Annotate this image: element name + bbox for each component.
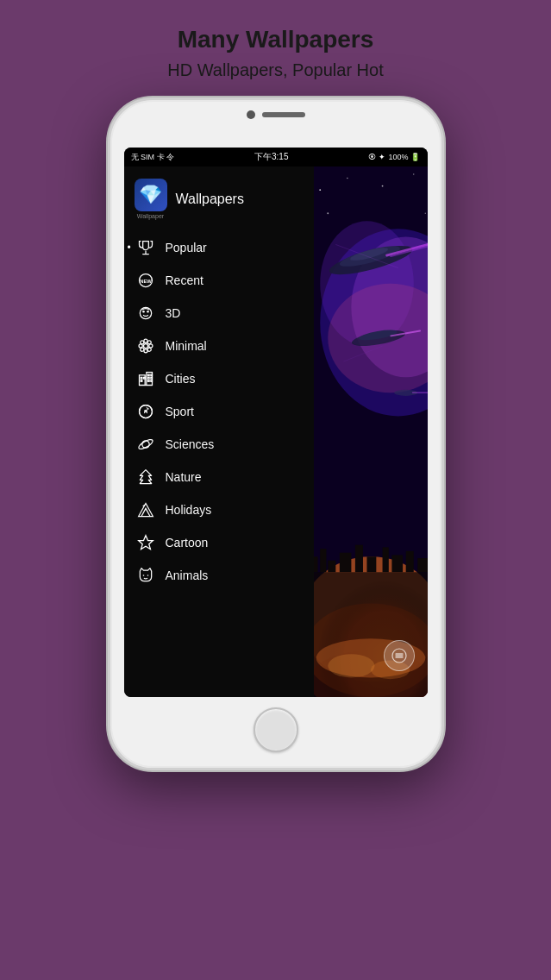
- 3d-icon: [136, 304, 155, 323]
- side-drawer: 💎 Wallpaper Wallpapers Popular: [124, 166, 314, 697]
- drawer-header: 💎 Wallpaper Wallpapers: [124, 166, 314, 228]
- status-icons: ⦿ ✦ 100% 🔋: [368, 153, 420, 161]
- svg-rect-65: [405, 551, 413, 572]
- menu-item-animals[interactable]: Animals: [124, 559, 314, 592]
- menu-item-nature[interactable]: Nature: [124, 461, 314, 493]
- planet-icon: [136, 435, 155, 454]
- svg-rect-25: [150, 380, 152, 382]
- promo-header: Many Wallpapers HD Wallpapers, Popular H…: [167, 26, 383, 80]
- svg-rect-24: [147, 380, 149, 382]
- svg-marker-27: [143, 406, 148, 413]
- menu-label-popular: Popular: [166, 241, 207, 254]
- menu-label-sciences: Sciences: [166, 437, 215, 451]
- svg-point-73: [413, 173, 414, 174]
- svg-point-5: [143, 344, 147, 349]
- menu-item-cities[interactable]: Cities: [124, 362, 314, 395]
- svg-point-7: [143, 349, 147, 353]
- svg-rect-66: [417, 558, 428, 572]
- speaker-grille: [262, 112, 305, 117]
- mountain-icon: [136, 500, 155, 519]
- svg-text:NEW: NEW: [140, 279, 152, 284]
- svg-point-71: [347, 178, 348, 179]
- menu-item-minimal[interactable]: Minimal: [124, 330, 314, 362]
- svg-rect-61: [354, 545, 362, 573]
- tree-icon: [136, 468, 155, 487]
- volume-up-button: [108, 204, 110, 228]
- svg-rect-21: [150, 374, 152, 376]
- svg-point-70: [319, 189, 321, 191]
- menu-label-animals: Animals: [166, 569, 209, 582]
- menu-label-minimal: Minimal: [166, 339, 207, 353]
- star-icon: [136, 533, 155, 552]
- svg-point-3: [142, 311, 145, 313]
- status-time: 下午3:15: [254, 151, 288, 163]
- svg-point-2: [140, 307, 151, 318]
- svg-rect-22: [147, 377, 149, 379]
- svg-point-9: [148, 344, 152, 348]
- menu-label-recent: Recent: [166, 273, 203, 287]
- menu-item-popular[interactable]: Popular: [124, 231, 314, 264]
- svg-rect-18: [143, 377, 145, 379]
- svg-point-76: [424, 213, 425, 214]
- wallpaper-preview: [314, 166, 428, 697]
- svg-point-4: [147, 311, 149, 313]
- svg-point-13: [140, 348, 143, 351]
- svg-point-30: [137, 438, 153, 451]
- svg-rect-62: [366, 556, 376, 572]
- wallpaper-illustration: [314, 166, 428, 697]
- menu-item-sciences[interactable]: Sciences: [124, 428, 314, 461]
- svg-point-35: [142, 575, 144, 576]
- svg-rect-64: [391, 555, 403, 572]
- menu-label-cities: Cities: [166, 372, 196, 386]
- svg-rect-57: [314, 556, 318, 572]
- svg-point-10: [140, 341, 143, 344]
- screen-content: 💎 Wallpaper Wallpapers Popular: [124, 166, 428, 697]
- status-carrier: 无 SIM 卡 令: [131, 152, 175, 163]
- svg-point-6: [143, 339, 147, 342]
- status-bar: 无 SIM 卡 令 下午3:15 ⦿ ✦ 100% 🔋: [124, 148, 428, 166]
- svg-rect-17: [141, 377, 142, 379]
- app-icon-label: Wallpaper: [137, 213, 164, 219]
- building-icon: [136, 369, 155, 388]
- app-icon: 💎: [135, 179, 167, 211]
- svg-point-75: [327, 212, 329, 214]
- menu-label-cartoon: Cartoon: [166, 536, 209, 550]
- svg-rect-56: [314, 572, 428, 697]
- svg-rect-23: [150, 377, 152, 379]
- menu-item-3d[interactable]: 3D: [124, 297, 314, 330]
- svg-rect-59: [328, 561, 335, 573]
- menu-item-recent[interactable]: NEW Recent: [124, 264, 314, 297]
- menu-item-holidays[interactable]: Holidays: [124, 493, 314, 526]
- svg-rect-19: [141, 380, 142, 382]
- app-title: Many Wallpapers: [167, 26, 383, 53]
- soccer-icon: [136, 402, 155, 421]
- svg-rect-63: [382, 547, 388, 572]
- menu-label-holidays: Holidays: [166, 503, 212, 517]
- svg-point-11: [147, 348, 151, 351]
- svg-point-36: [147, 575, 148, 576]
- phone-frame: 无 SIM 卡 令 下午3:15 ⦿ ✦ 100% 🔋 💎: [108, 97, 444, 770]
- notch-area: [247, 110, 305, 119]
- svg-point-72: [381, 185, 383, 187]
- svg-point-29: [141, 441, 148, 448]
- cat-icon: [136, 566, 155, 585]
- svg-marker-34: [138, 536, 153, 550]
- svg-rect-51: [411, 392, 427, 393]
- svg-marker-31: [140, 470, 151, 484]
- svg-rect-60: [339, 553, 351, 573]
- menu-toggle-button[interactable]: [384, 640, 415, 671]
- drawer-app-name: Wallpapers: [176, 192, 244, 207]
- svg-marker-32: [138, 504, 153, 517]
- front-camera: [247, 110, 255, 119]
- home-button[interactable]: [254, 707, 298, 752]
- flower-icon: [136, 336, 155, 355]
- menu-item-cartoon[interactable]: Cartoon: [124, 526, 314, 559]
- app-subtitle: HD Wallpapers, Popular Hot: [167, 60, 383, 80]
- menu-label-nature: Nature: [166, 470, 202, 484]
- svg-point-12: [147, 341, 151, 344]
- menu-label-sport: Sport: [166, 405, 194, 418]
- svg-rect-58: [320, 549, 326, 572]
- menu-item-sport[interactable]: Sport: [124, 395, 314, 428]
- power-button: [441, 221, 444, 255]
- hamburger-icon: [391, 648, 407, 663]
